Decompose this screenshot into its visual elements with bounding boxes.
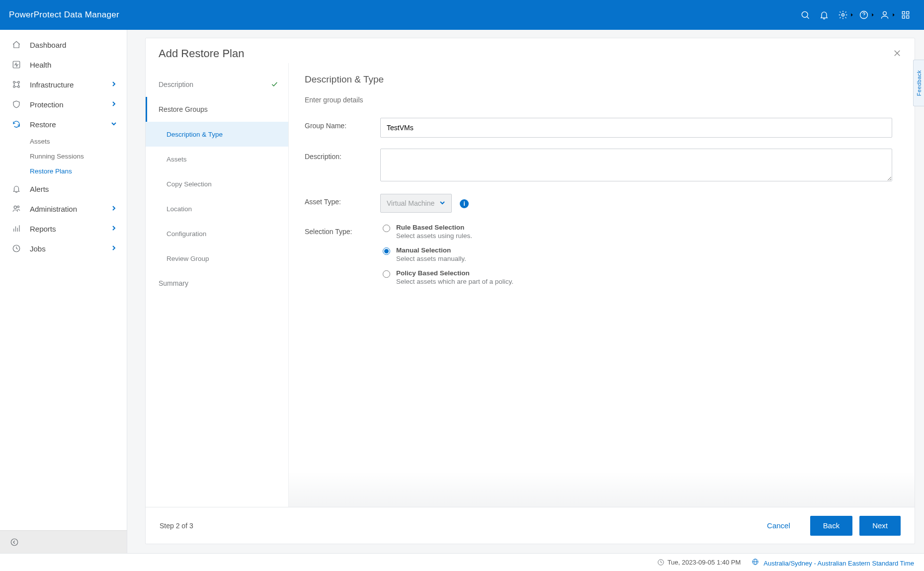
home-icon	[11, 40, 22, 49]
svg-rect-6	[902, 11, 905, 14]
nav-alerts[interactable]: Alerts	[0, 179, 127, 199]
nav-restore-plans[interactable]: Restore Plans	[30, 164, 127, 179]
wizard-substep-configuration[interactable]: Configuration	[146, 221, 288, 246]
wizard-substep-description-type[interactable]: Description & Type	[146, 122, 288, 147]
wizard-step-restore-groups[interactable]: Restore Groups	[146, 97, 288, 122]
cancel-button[interactable]: Cancel	[754, 516, 803, 536]
description-input[interactable]	[380, 149, 892, 181]
nav-label: Restore	[30, 120, 111, 129]
radio-manual[interactable]	[383, 247, 390, 255]
wizard-panel: Add Restore Plan Description Restore Gro…	[145, 38, 915, 544]
check-icon	[270, 80, 278, 89]
chevron-right-icon	[111, 100, 117, 108]
app-title: PowerProtect Data Manager	[9, 10, 119, 20]
asset-type-select: Virtual Machine	[380, 194, 452, 213]
svg-point-0	[802, 11, 808, 17]
search-icon[interactable]	[796, 5, 815, 24]
chevron-right-icon	[111, 205, 117, 213]
shield-icon	[11, 100, 22, 109]
radio-label: Policy Based Selection	[396, 269, 513, 277]
wizard-step-summary[interactable]: Summary	[146, 271, 288, 296]
infrastructure-icon	[11, 80, 22, 89]
selection-option-policy[interactable]: Policy Based Selection Select assets whi…	[380, 269, 892, 285]
nav-restore-running-sessions[interactable]: Running Sessions	[30, 149, 127, 164]
back-button[interactable]: Back	[810, 516, 852, 536]
gear-menu-caret-icon[interactable]	[849, 11, 854, 19]
nav-jobs[interactable]: Jobs	[0, 239, 127, 258]
selection-option-rule[interactable]: Rule Based Selection Select assets using…	[380, 224, 892, 240]
svg-line-1	[807, 17, 809, 19]
help-menu-caret-icon[interactable]	[870, 11, 875, 19]
nav-health[interactable]: Health	[0, 55, 127, 75]
nav-label: Alerts	[30, 185, 117, 193]
radio-desc: Select assets using rules.	[396, 232, 472, 240]
radio-rule[interactable]	[383, 225, 390, 232]
svg-point-12	[18, 82, 20, 83]
wizard-step-label: Description	[159, 81, 193, 88]
sidebar-collapse[interactable]	[0, 530, 127, 553]
clock-icon	[657, 559, 665, 566]
radio-desc: Select assets which are part of a policy…	[396, 278, 513, 285]
nav-protection[interactable]: Protection	[0, 94, 127, 114]
wizard-step-description[interactable]: Description	[146, 72, 288, 97]
radio-policy[interactable]	[383, 270, 390, 278]
form-title: Description & Type	[305, 74, 899, 85]
group-name-label: Group Name:	[305, 118, 380, 130]
nav-restore[interactable]: Restore	[0, 114, 127, 134]
radio-label: Rule Based Selection	[396, 224, 472, 231]
nav-restore-children: Assets Running Sessions Restore Plans	[0, 134, 127, 179]
next-button[interactable]: Next	[859, 516, 901, 536]
svg-point-5	[883, 11, 887, 15]
wizard-substep-copy-selection[interactable]: Copy Selection	[146, 171, 288, 196]
nav-dashboard[interactable]: Dashboard	[0, 35, 127, 55]
bell-icon[interactable]	[815, 5, 834, 24]
close-icon[interactable]	[893, 49, 902, 59]
description-label: Description:	[305, 149, 380, 161]
nav-label: Dashboard	[30, 41, 117, 49]
nav-infrastructure[interactable]: Infrastructure	[0, 75, 127, 94]
svg-point-22	[11, 539, 18, 546]
nav-label: Administration	[30, 205, 111, 213]
group-name-input[interactable]	[380, 118, 892, 138]
apps-icon[interactable]	[896, 5, 915, 24]
info-icon[interactable]: i	[460, 199, 469, 208]
wizard-nav: Description Restore Groups Description &…	[146, 63, 289, 507]
wizard-substep-location[interactable]: Location	[146, 196, 288, 221]
form-hint: Enter group details	[305, 96, 899, 104]
step-indicator: Step 2 of 3	[160, 522, 193, 530]
nav-reports[interactable]: Reports	[0, 219, 127, 239]
svg-point-4	[864, 17, 864, 17]
svg-point-13	[13, 86, 15, 88]
status-bar: Tue, 2023-09-05 1:40 PM Australia/Sydney…	[0, 553, 924, 571]
wizard-step-label: Summary	[159, 279, 188, 287]
form-area: Description & Type Enter group details G…	[289, 63, 915, 507]
nav-label: Reports	[30, 225, 111, 233]
nav-administration[interactable]: Administration	[0, 199, 127, 219]
sidebar: Dashboard Health Infrastructure Protecti…	[0, 30, 127, 553]
content-area: Add Restore Plan Description Restore Gro…	[127, 30, 924, 553]
user-menu-caret-icon[interactable]	[891, 11, 896, 19]
selection-option-manual[interactable]: Manual Selection Select assets manually.	[380, 246, 892, 262]
jobs-icon	[11, 244, 22, 253]
bell-icon	[11, 184, 22, 193]
svg-rect-8	[902, 16, 905, 18]
svg-point-11	[13, 82, 15, 83]
svg-rect-9	[907, 16, 909, 18]
globe-icon	[752, 558, 759, 566]
feedback-tab[interactable]: Feedback	[913, 60, 924, 106]
wizard-substep-review-group[interactable]: Review Group	[146, 246, 288, 271]
status-timezone[interactable]: Australia/Sydney - Australian Eastern St…	[752, 558, 914, 567]
panel-title: Add Restore Plan	[159, 47, 244, 60]
svg-rect-7	[907, 11, 909, 14]
nav-label: Protection	[30, 100, 111, 109]
wizard-step-label: Restore Groups	[159, 105, 208, 113]
selection-type-label: Selection Type:	[305, 224, 380, 236]
health-icon	[11, 60, 22, 69]
wizard-substep-assets[interactable]: Assets	[146, 147, 288, 171]
svg-point-15	[14, 206, 16, 208]
chevron-right-icon	[111, 225, 117, 233]
nav-label: Health	[30, 61, 117, 69]
nav-label: Infrastructure	[30, 81, 111, 89]
nav-restore-assets[interactable]: Assets	[30, 134, 127, 149]
radio-label: Manual Selection	[396, 246, 466, 254]
